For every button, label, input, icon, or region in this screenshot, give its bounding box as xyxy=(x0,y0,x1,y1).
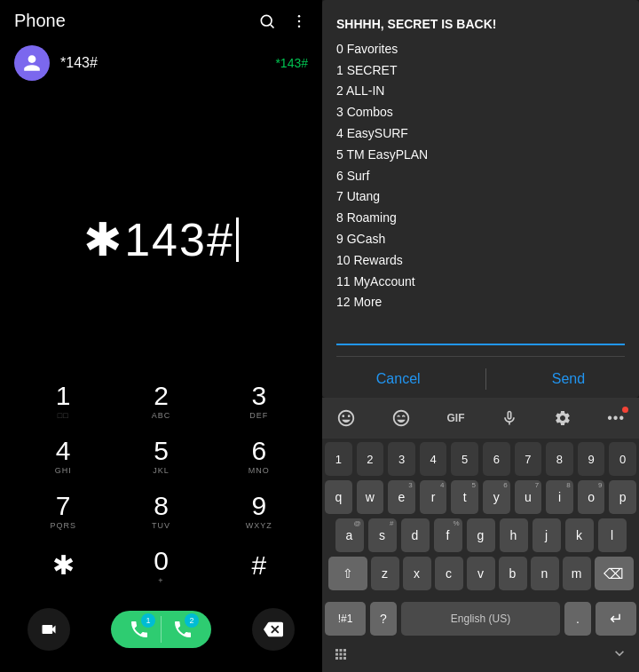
right-panel: SHHHH, SECRET IS BACK! 0 Favorites 1 SEC… xyxy=(322,0,639,672)
recent-call-number: *143# xyxy=(275,56,308,70)
svg-point-0 xyxy=(261,15,272,26)
dial-key-1[interactable]: 1 □□ xyxy=(14,374,112,429)
gif-button[interactable]: GIF xyxy=(443,408,468,428)
kb-key-8[interactable]: 8 xyxy=(546,442,573,476)
kb-key-s[interactable]: s# xyxy=(368,518,397,552)
kb-backspace-button[interactable]: ⌫ xyxy=(595,557,634,590)
kb-key-d[interactable]: d xyxy=(401,518,430,552)
kb-key-c[interactable]: c xyxy=(435,557,463,590)
kb-key-u[interactable]: u7 xyxy=(515,480,542,514)
kb-key-5[interactable]: 5 xyxy=(451,442,478,476)
dialog-action-divider xyxy=(485,368,486,390)
dialog-box: SHHHH, SECRET IS BACK! 0 Favorites 1 SEC… xyxy=(322,0,639,398)
emoji-button[interactable] xyxy=(333,405,359,431)
dial-key-3[interactable]: 3 DEF xyxy=(210,374,308,429)
keyboard-hide-button[interactable] xyxy=(611,644,628,667)
kb-key-i[interactable]: i8 xyxy=(546,480,573,514)
kb-key-t[interactable]: t5 xyxy=(451,480,478,514)
dialog-line-11: 9 GCash xyxy=(336,229,625,250)
kb-key-f[interactable]: f% xyxy=(434,518,462,552)
kb-question-button[interactable]: ? xyxy=(370,602,397,636)
dial-key-5[interactable]: 5 JKL xyxy=(112,429,209,484)
dialog-actions: Cancel Send xyxy=(336,356,625,398)
kb-key-6[interactable]: 6 xyxy=(483,442,510,476)
dial-key-6[interactable]: 6 MNO xyxy=(210,429,308,484)
call-buttons-wrapper: 1 2 xyxy=(111,611,211,648)
kb-key-4[interactable]: 4 xyxy=(420,442,447,476)
dialog-line-1: SHHHH, SECRET IS BACK! xyxy=(336,14,625,36)
kb-key-x[interactable]: x xyxy=(403,557,431,590)
kb-enter-button[interactable]: ↵ xyxy=(596,602,636,636)
keyboard: GIF ••• 1 2 3 4 xyxy=(322,398,639,672)
kb-key-n[interactable]: n xyxy=(531,557,559,590)
backspace-button[interactable] xyxy=(252,608,295,651)
sticker-button[interactable] xyxy=(388,405,414,431)
dialog-line-14: 12 More xyxy=(336,292,625,313)
settings-button[interactable] xyxy=(550,406,575,431)
dialog-line-13: 11 MyAccount xyxy=(336,272,625,293)
dialog-line-4: 2 ALL-IN xyxy=(336,81,625,102)
keyboard-bottom-bar xyxy=(322,639,639,672)
more-options-wrapper: ••• xyxy=(604,407,628,430)
dialog-input-area[interactable] xyxy=(336,324,625,345)
kb-sym-button[interactable]: !#1 xyxy=(325,602,366,636)
call-divider xyxy=(161,616,162,643)
recent-call-name: *143# xyxy=(60,55,98,71)
video-call-button[interactable] xyxy=(28,608,70,651)
dialog-content: SHHHH, SECRET IS BACK! 0 Favorites 1 SEC… xyxy=(336,14,625,313)
more-options-button[interactable] xyxy=(290,12,308,30)
kb-key-o[interactable]: o9 xyxy=(578,480,605,514)
kb-key-2[interactable]: 2 xyxy=(357,442,384,476)
kb-key-1[interactable]: 1 xyxy=(325,442,352,476)
kb-key-h[interactable]: h xyxy=(500,518,528,552)
svg-point-2 xyxy=(298,14,301,17)
kb-key-z[interactable]: z xyxy=(371,557,399,590)
dialog-line-5: 3 Combos xyxy=(336,102,625,123)
dialog-line-7: 5 TM EasyPLAN xyxy=(336,145,625,166)
dial-key-9[interactable]: 9 WXYZ xyxy=(210,484,308,539)
kb-key-0[interactable]: 0 xyxy=(609,442,636,476)
kb-key-q[interactable]: q xyxy=(325,480,352,514)
dialog-text-input[interactable] xyxy=(336,324,625,340)
send-button[interactable]: Send xyxy=(538,368,599,391)
dial-key-2[interactable]: 2 ABC xyxy=(112,374,209,429)
dial-key-7[interactable]: 7 PQRS xyxy=(14,484,112,539)
kb-rows: 1 2 3 4 5 6 7 8 9 0 q w e3 r4 t5 y6 u7 i… xyxy=(322,439,639,602)
kb-key-g[interactable]: g xyxy=(467,518,495,552)
mic-button[interactable] xyxy=(497,406,522,431)
kb-key-7[interactable]: 7 xyxy=(515,442,542,476)
avatar xyxy=(14,45,50,81)
kb-key-w[interactable]: w xyxy=(357,480,384,514)
kb-key-e[interactable]: e3 xyxy=(388,480,415,514)
keyboard-grid-button[interactable] xyxy=(333,646,349,666)
kb-key-v[interactable]: v xyxy=(467,557,495,590)
kb-key-3[interactable]: 3 xyxy=(388,442,415,476)
cancel-button[interactable]: Cancel xyxy=(362,368,435,391)
phone-header-icons xyxy=(258,12,308,30)
phone-header: Phone xyxy=(0,0,322,38)
kb-key-p[interactable]: p xyxy=(609,480,636,514)
kb-space-button[interactable]: English (US) xyxy=(401,602,560,636)
kb-key-b[interactable]: b xyxy=(499,557,527,590)
dial-key-hash[interactable]: # xyxy=(210,539,308,594)
kb-key-y[interactable]: y6 xyxy=(483,480,510,514)
kb-shift-button[interactable]: ⇧ xyxy=(328,557,367,590)
kb-zxcv-row: ⇧ z x c v b n m ⌫ xyxy=(325,557,636,590)
kb-key-a[interactable]: a@ xyxy=(335,518,364,552)
dial-key-8[interactable]: 8 TUV xyxy=(112,484,209,539)
search-button[interactable] xyxy=(258,12,276,30)
dial-key-4[interactable]: 4 GHI xyxy=(14,429,112,484)
kb-key-m[interactable]: m xyxy=(563,557,591,590)
dial-key-0[interactable]: 0 + xyxy=(112,539,209,594)
kb-key-j[interactable]: j xyxy=(532,518,561,552)
kb-key-k[interactable]: k xyxy=(565,518,594,552)
kb-key-9[interactable]: 9 xyxy=(578,442,605,476)
call-btn-1-wrapper: 1 xyxy=(129,619,150,640)
kb-qwerty-row: q w e3 r4 t5 y6 u7 i8 o9 p xyxy=(325,480,636,514)
kb-key-r[interactable]: r4 xyxy=(420,480,447,514)
dial-key-star[interactable]: ✱ xyxy=(14,539,112,594)
kb-asdf-row: a@ s# d f% g h j k l xyxy=(325,518,636,552)
kb-key-l[interactable]: l xyxy=(598,518,627,552)
recent-call-bar[interactable]: *143# *143# xyxy=(0,38,322,88)
kb-period-button[interactable]: . xyxy=(564,602,591,636)
